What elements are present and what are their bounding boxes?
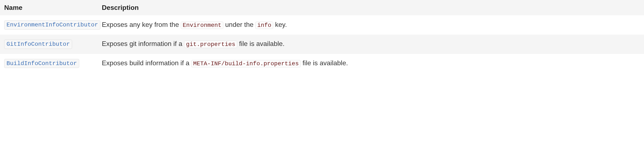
code-git-properties: git.properties [184, 41, 237, 48]
desc-text: Exposes git information if a [102, 40, 184, 47]
column-header-description: Description [98, 0, 644, 15]
cell-name: GitInfoContributor [0, 35, 98, 54]
code-environment: Environment [181, 22, 223, 29]
table-row: GitInfoContributor Exposes git informati… [0, 35, 644, 54]
code-build-info-properties: META-INF/build-info.properties [191, 60, 301, 67]
cell-description: Exposes any key from the Environment und… [98, 15, 644, 35]
desc-text: file is available. [301, 59, 348, 67]
cell-name: EnvironmentInfoContributor [0, 15, 98, 35]
cell-name: BuildInfoContributor [0, 54, 98, 73]
column-header-name: Name [0, 0, 98, 15]
desc-text: under the [223, 21, 256, 28]
info-contributors-table: Name Description EnvironmentInfoContribu… [0, 0, 644, 73]
cell-description: Exposes build information if a META-INF/… [98, 54, 644, 73]
table-row: EnvironmentInfoContributor Exposes any k… [0, 15, 644, 35]
desc-text: file is available. [237, 40, 284, 47]
api-link-build-info-contributor[interactable]: BuildInfoContributor [4, 59, 79, 68]
table-header-row: Name Description [0, 0, 644, 15]
api-link-environment-info-contributor[interactable]: EnvironmentInfoContributor [4, 20, 100, 30]
api-link-git-info-contributor[interactable]: GitInfoContributor [4, 40, 72, 49]
desc-text: key. [273, 21, 287, 28]
desc-text: Exposes any key from the [102, 21, 181, 28]
cell-description: Exposes git information if a git.propert… [98, 35, 644, 54]
desc-text: Exposes build information if a [102, 59, 191, 67]
table-row: BuildInfoContributor Exposes build infor… [0, 54, 644, 73]
code-info: info [256, 22, 273, 29]
